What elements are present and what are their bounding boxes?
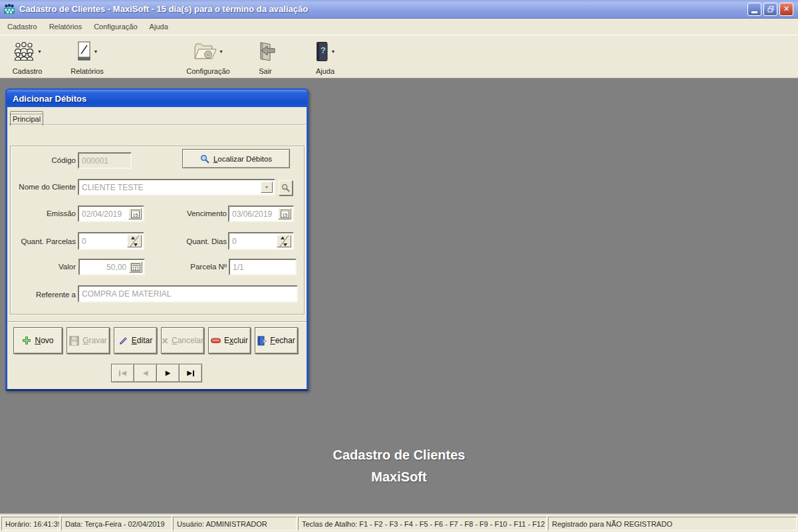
close-door-icon [257, 336, 267, 346]
background-watermark: Cadastro de Clientes MaxiSoft [0, 444, 798, 488]
nome-cliente-combobox[interactable]: CLIENTE TESTE ▼ [78, 179, 275, 196]
adicionar-debitos-dialog: Adicionar Débitos Principal Código 00000… [5, 88, 309, 391]
nav-first-icon [119, 370, 120, 376]
nome-cliente-label: Nome do Cliente [7, 182, 76, 192]
svg-text:?: ? [321, 45, 326, 55]
toolbar-configuracao-label: Configuração [186, 67, 229, 75]
restore-button[interactable] [763, 3, 777, 16]
menu-cadastro[interactable]: Cadastro [1, 21, 43, 33]
window-titlebar: Cadastro de Clientes - MaxiSoft - 15 dia… [0, 0, 798, 19]
vencimento-value: 03/06/2019 [232, 209, 272, 219]
save-floppy-icon [69, 336, 79, 346]
nav-previous-button: ◀ [134, 364, 157, 382]
window-title: Cadastro de Clientes - MaxiSoft - 15 dia… [19, 4, 308, 14]
vencimento-calendar-button[interactable]: 15 [278, 208, 291, 219]
watermark-line1: Cadastro de Clientes [0, 444, 798, 466]
novo-label: Novo [35, 336, 53, 345]
toolbar-cadastro-label: Cadastro [13, 67, 43, 75]
spinner-up-down-icon[interactable] [127, 235, 142, 247]
menu-ajuda[interactable]: Ajuda [144, 21, 174, 33]
watermark-line2: MaxiSoft [0, 466, 798, 488]
emissao-field[interactable]: 02/04/2019 15 [78, 205, 144, 222]
emissao-label: Emissão [7, 209, 76, 218]
nav-next-icon: ▶ [166, 370, 171, 376]
dropdown-arrow-icon: ▼ [37, 49, 42, 54]
nome-cliente-value: CLIENTE TESTE [82, 183, 143, 192]
quant-parcelas-value: 0 [82, 237, 86, 246]
clients-group-icon [13, 41, 35, 61]
valor-calculator-button[interactable] [129, 261, 142, 273]
toolbar-sair-label: Sair [259, 67, 272, 75]
tab-strip-divider [9, 125, 305, 126]
codigo-value: 000001 [82, 156, 108, 166]
menu-relatorios[interactable]: Relatórios [43, 21, 88, 33]
main-window: Cadastro de Clientes - MaxiSoft - 15 dia… [0, 0, 798, 532]
spinner-up-down-icon[interactable] [277, 235, 291, 247]
dialog-title: Adicionar Débitos [13, 94, 86, 104]
calendar-icon: 15 [131, 209, 140, 218]
toolbar-ajuda-button[interactable]: ? ▼ Ajuda [306, 37, 344, 77]
emissao-calendar-button[interactable]: 15 [128, 208, 142, 219]
dropdown-arrow-icon: ▼ [331, 49, 336, 54]
report-icon [76, 41, 92, 62]
help-book-icon: ? [315, 41, 329, 62]
svg-text:15: 15 [132, 213, 138, 217]
combo-dropdown-button[interactable]: ▼ [261, 182, 273, 193]
tab-principal-label: Principal [10, 114, 43, 124]
codigo-field[interactable]: 000001 [78, 152, 132, 169]
delete-minus-icon [211, 338, 221, 344]
editar-button[interactable]: Editar [114, 327, 157, 354]
status-date: Data: Terça-Feira - 02/04/2019 [61, 517, 172, 531]
editar-label: Editar [132, 336, 152, 345]
restore-icon [767, 6, 774, 13]
minimize-button[interactable] [747, 3, 761, 16]
close-button[interactable]: ✕ [779, 3, 793, 16]
pencil-icon [118, 336, 128, 346]
vencimento-field[interactable]: 03/06/2019 15 [228, 205, 294, 222]
svg-text:15: 15 [282, 213, 287, 217]
localizar-debitos-button[interactable]: Localizar Débitos [182, 149, 290, 168]
toolbar-relatorios-button[interactable]: ▼ Relatórios [64, 37, 110, 77]
vencimento-label: Vencimento [150, 209, 227, 218]
referente-label: Referente a [7, 290, 76, 299]
tab-principal[interactable]: Principal [10, 111, 43, 126]
novo-button[interactable]: Novo [13, 327, 63, 354]
codigo-label: Código [7, 156, 76, 165]
quant-parcelas-stepper[interactable]: 0 [78, 232, 144, 250]
nav-previous-icon: ◀ [143, 370, 148, 376]
parcela-num-label: Parcela Nº [150, 262, 227, 271]
valor-field[interactable]: 50,00 [78, 259, 145, 275]
toolbar-ajuda-label: Ajuda [316, 67, 334, 75]
excluir-button[interactable]: Excluir [208, 327, 251, 354]
referente-field[interactable]: COMPRA DE MATERIAL [78, 285, 298, 303]
calculator-icon [131, 263, 140, 271]
menu-configuracao[interactable]: Configuração [88, 21, 143, 33]
quant-parcelas-label: Quant. Parcelas [7, 237, 76, 246]
folder-settings-icon [193, 42, 217, 61]
fechar-button[interactable]: Fechar [255, 327, 298, 354]
dropdown-arrow-icon: ▼ [94, 49, 98, 54]
menubar: Cadastro Relatórios Configuração Ajuda [0, 19, 798, 35]
nav-last-button[interactable]: ▶ [179, 364, 202, 382]
valor-value: 50,00 [106, 263, 126, 272]
record-nav-row: ◀ ◀ ▶ ▶ [111, 364, 201, 382]
gravar-label: Gravar [82, 336, 107, 345]
status-shortcuts: Teclas de Atalho: F1 - F2 - F3 - F4 - F5… [298, 517, 547, 531]
nav-next-button[interactable]: ▶ [156, 364, 180, 382]
fechar-label: Fechar [270, 336, 295, 345]
search-icon [281, 184, 290, 192]
gravar-button: Gravar [66, 327, 110, 354]
mdi-background: Adicionar Débitos Principal Código 00000… [0, 78, 798, 515]
toolbar-sair-button[interactable]: Sair [247, 37, 283, 77]
quant-dias-stepper[interactable]: 0 [228, 232, 294, 250]
quant-dias-value: 0 [232, 237, 237, 246]
parcela-num-field[interactable]: 1/1 [229, 259, 297, 275]
toolbar-cadastro-button[interactable]: ▼ Cadastro [5, 37, 49, 77]
exit-door-icon [256, 41, 275, 62]
button-panel-divider [7, 321, 307, 323]
dialog-titlebar: Adicionar Débitos [7, 90, 307, 107]
excluir-label: Excluir [224, 336, 248, 345]
cliente-search-button[interactable] [279, 180, 293, 196]
localizar-label: Localizar Débitos [213, 155, 272, 163]
toolbar-configuracao-button[interactable]: ▼ Configuração [184, 37, 233, 77]
